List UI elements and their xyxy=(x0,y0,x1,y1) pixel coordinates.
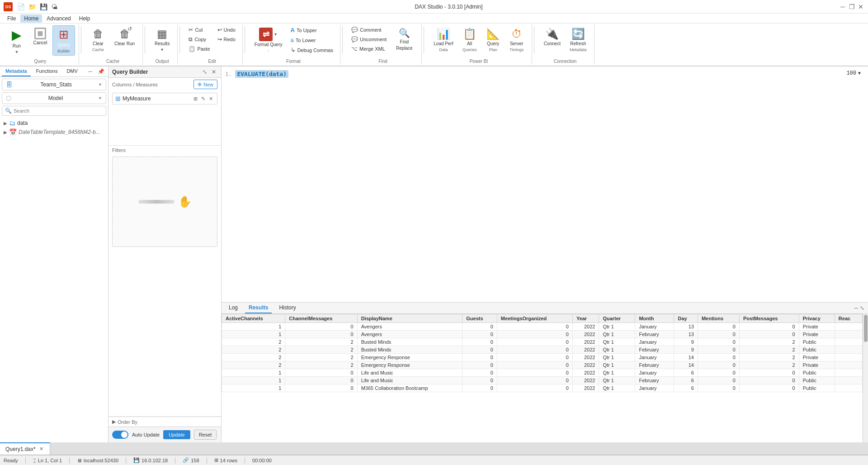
save-file-btn[interactable]: 💾 xyxy=(39,2,48,11)
query-builder-button[interactable]: ⊞ Query Builder xyxy=(52,25,75,56)
format-query-button[interactable]: ⇌ ▼ Format Query - xyxy=(250,25,287,55)
tab-results[interactable]: Results xyxy=(245,303,272,313)
tab-history[interactable]: History xyxy=(275,303,299,313)
col-day: Day xyxy=(674,314,698,323)
qb-close-btn[interactable]: ✕ xyxy=(210,68,217,76)
merge-xml-button[interactable]: ⌥ Merge XML xyxy=(348,44,390,53)
status-rows: ⊞ 14 rows xyxy=(214,457,238,463)
code-editor[interactable]: 1. EVALUATE(data) 100 ▼ xyxy=(222,66,868,302)
table-cell: 0 xyxy=(739,323,799,331)
status-sep4 xyxy=(175,457,175,464)
to-upper-button[interactable]: A To Upper xyxy=(288,25,336,35)
tab-log[interactable]: Log xyxy=(225,303,241,313)
file-tab-query1[interactable]: Query1.dax* ✕ xyxy=(0,442,50,455)
clear-cache-button[interactable]: 🗑 Clear Cache xyxy=(87,25,109,54)
new-file-btn[interactable]: 📄 xyxy=(16,2,26,11)
file-tab-close-btn[interactable]: ✕ xyxy=(38,446,44,452)
paste-button[interactable]: 📋 Paste xyxy=(185,44,213,53)
ribbon-group-format: ⇌ ▼ Format Query - A To Upper a To Lower… xyxy=(247,24,340,65)
qb-resize-btn[interactable]: ⤡ xyxy=(201,68,208,76)
expand-icon-date[interactable]: ▶ xyxy=(4,130,7,135)
to-lower-button[interactable]: a To Lower xyxy=(288,35,336,45)
status-sep2 xyxy=(69,457,70,464)
tab-metadata[interactable]: Metadata xyxy=(2,66,31,76)
table-cell: 0 xyxy=(739,369,799,377)
tree-item-date-table[interactable]: ▶ 📅 DateTableTemplate_8456fd42-b... xyxy=(2,128,106,137)
redo-button[interactable]: ↪ Redo xyxy=(214,35,239,44)
comment-button[interactable]: 💬 Comment xyxy=(348,25,390,34)
server-timings-button[interactable]: ⏱ Server Timings xyxy=(505,25,528,54)
measure-table-btn[interactable]: ⊞ xyxy=(192,95,199,102)
filter-drop-area[interactable]: ✋ xyxy=(112,157,217,247)
table-cell: 1 xyxy=(222,377,285,384)
database-dropdown[interactable]: 🗄 Teams_Stats ▼ xyxy=(2,79,106,90)
menu-file[interactable]: File xyxy=(4,14,19,23)
toggle-knob xyxy=(121,432,127,438)
table-cell: 0 xyxy=(497,384,572,392)
qb-order-expand[interactable]: ▶ Order By xyxy=(112,419,217,425)
table-cell: January xyxy=(635,338,674,346)
query-plan-button[interactable]: 📐 Query Plan xyxy=(482,25,505,54)
find-replace-button[interactable]: 🔍 Find Replace xyxy=(391,25,418,53)
copy-button[interactable]: ⧉ Copy xyxy=(185,35,213,44)
ribbon-group-output: ▦ Results ▼ Output xyxy=(147,24,178,65)
metadata-search-input[interactable] xyxy=(14,108,103,114)
update-button[interactable]: Update xyxy=(163,430,190,439)
tab-functions[interactable]: Functions xyxy=(33,66,61,76)
menu-home[interactable]: Home xyxy=(20,14,42,23)
table-cell: 2022 xyxy=(572,354,599,361)
status-id: 🔗 158 xyxy=(183,457,199,463)
tab-dmv[interactable]: DMV xyxy=(63,66,81,76)
menu-help[interactable]: Help xyxy=(75,14,94,23)
results-scrollbar[interactable] xyxy=(863,314,868,442)
measure-edit-btn[interactable]: ✎ xyxy=(200,95,207,102)
menu-bar: File Home Advanced Help xyxy=(0,14,868,24)
undo-button[interactable]: ↩ Undo xyxy=(214,25,239,34)
run-button[interactable]: ▶ Run ▼ xyxy=(5,25,28,57)
table-cell xyxy=(835,323,862,331)
auto-update-toggle[interactable] xyxy=(112,431,128,439)
connect-button[interactable]: 🔌 Connect xyxy=(540,25,565,49)
table-cell: 0 xyxy=(285,377,357,384)
row-count-dropdown-arrow[interactable]: ▼ xyxy=(858,71,861,76)
app-title: DAX Studio - 3.0.10 [Admin] xyxy=(58,4,839,10)
metadata-minimize-btn[interactable]: ─ xyxy=(86,67,94,76)
format-col: A To Upper a To Lower ↳ Debug Commas xyxy=(288,25,336,55)
minimize-btn[interactable]: ─ xyxy=(839,3,846,10)
metadata-pin-btn[interactable]: 📌 xyxy=(96,67,106,76)
status-sep3 xyxy=(126,457,126,464)
maximize-btn[interactable]: ❐ xyxy=(848,3,855,10)
cut-button[interactable]: ✂ Cut xyxy=(185,25,213,34)
close-btn[interactable]: ✕ xyxy=(857,3,864,10)
all-queries-button[interactable]: 📋 All Queries xyxy=(458,25,481,54)
results-button[interactable]: ▦ Results ▼ xyxy=(151,25,174,54)
table-cell: Qtr 1 xyxy=(599,361,635,369)
results-expand-btn[interactable]: ⤡ xyxy=(860,305,864,311)
results-table-container[interactable]: ActiveChannels ChannelMessages DisplayNa… xyxy=(222,314,863,442)
measure-delete-btn[interactable]: ✕ xyxy=(208,95,214,102)
cancel-button[interactable]: ■ Cancel xyxy=(29,25,52,48)
uncomment-button[interactable]: 💬 Uncomment xyxy=(348,35,390,44)
row-count-selector: 100 ▼ xyxy=(846,70,861,76)
refresh-metadata-button[interactable]: 🔄 Refresh Metadata xyxy=(566,25,591,54)
table-cell: Qtr 1 xyxy=(599,338,635,346)
code-content: EVALUATE(data) xyxy=(235,70,288,78)
clear-run-button[interactable]: 🗑↺ Clear Run xyxy=(110,25,139,49)
table-cell: 2 xyxy=(739,361,799,369)
format-group-items: ⇌ ▼ Format Query - A To Upper a To Lower… xyxy=(250,25,336,58)
reset-button[interactable]: Reset xyxy=(194,430,217,440)
scrollbar-thumb[interactable] xyxy=(864,315,868,342)
tree-item-data[interactable]: ▶ 🗂 data xyxy=(2,119,106,128)
load-perf-data-button[interactable]: 📊 Load Perf Data xyxy=(429,25,457,54)
open-file-btn[interactable]: 📁 xyxy=(28,2,37,11)
table-cell: Emergency Response xyxy=(357,361,462,369)
expand-icon-data[interactable]: ▶ xyxy=(4,121,7,126)
qb-new-button[interactable]: ⊕ New xyxy=(193,80,217,89)
menu-advanced[interactable]: Advanced xyxy=(43,14,74,23)
table-row: 10Life and Music002022Qtr 1February600Pu… xyxy=(222,377,863,384)
model-dropdown[interactable]: ⬡ Model ▼ xyxy=(2,92,106,104)
debug-commas-button[interactable]: ↳ Debug Commas xyxy=(288,45,336,55)
theme-btn[interactable]: 🌤 xyxy=(50,2,58,11)
results-minimize-btn[interactable]: ─ xyxy=(854,305,858,311)
table-cell: 0 xyxy=(462,361,497,369)
